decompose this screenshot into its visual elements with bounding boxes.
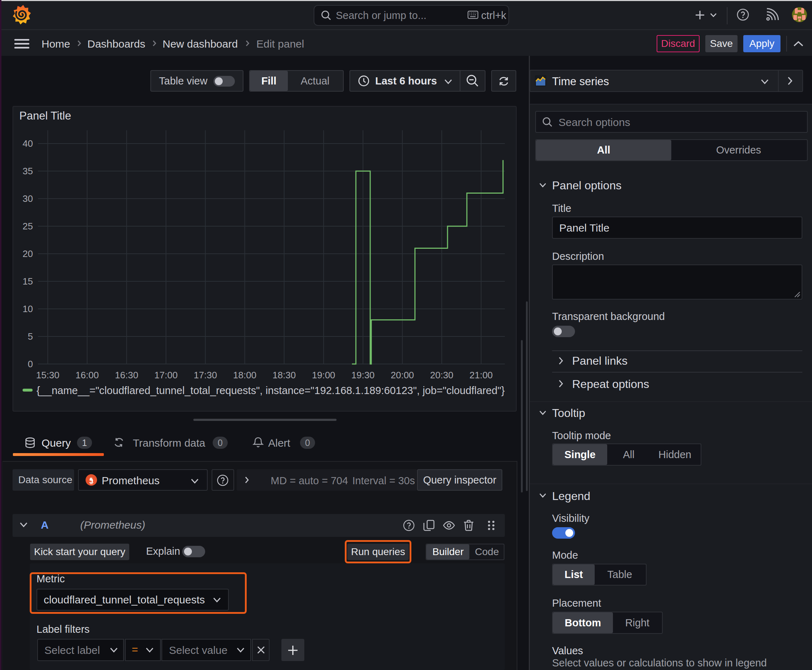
svg-text:19:00: 19:00: [312, 370, 335, 381]
svg-text:18:30: 18:30: [273, 370, 296, 381]
svg-text:19:30: 19:30: [351, 370, 375, 381]
svg-text:30: 30: [22, 193, 33, 204]
svg-text:15: 15: [22, 276, 33, 287]
svg-text:20:30: 20:30: [430, 370, 453, 381]
svg-text:5: 5: [28, 331, 33, 342]
svg-text:10: 10: [22, 303, 33, 314]
svg-text:18:00: 18:00: [233, 370, 256, 381]
svg-text:25: 25: [22, 221, 33, 232]
svg-text:17:00: 17:00: [154, 370, 178, 381]
svg-text:0: 0: [28, 359, 33, 369]
svg-text:35: 35: [22, 166, 33, 176]
svg-text:{__name__="cloudflared_tunnel_: {__name__="cloudflared_tunnel_total_requ…: [37, 385, 505, 396]
svg-text:21:00: 21:00: [470, 370, 493, 381]
svg-text:40: 40: [22, 138, 33, 149]
svg-text:17:30: 17:30: [194, 370, 217, 381]
svg-text:15:30: 15:30: [36, 370, 59, 381]
svg-text:20:00: 20:00: [391, 370, 414, 381]
svg-text:16:30: 16:30: [115, 370, 138, 381]
svg-text:16:00: 16:00: [76, 370, 99, 381]
svg-text:20: 20: [22, 249, 33, 259]
